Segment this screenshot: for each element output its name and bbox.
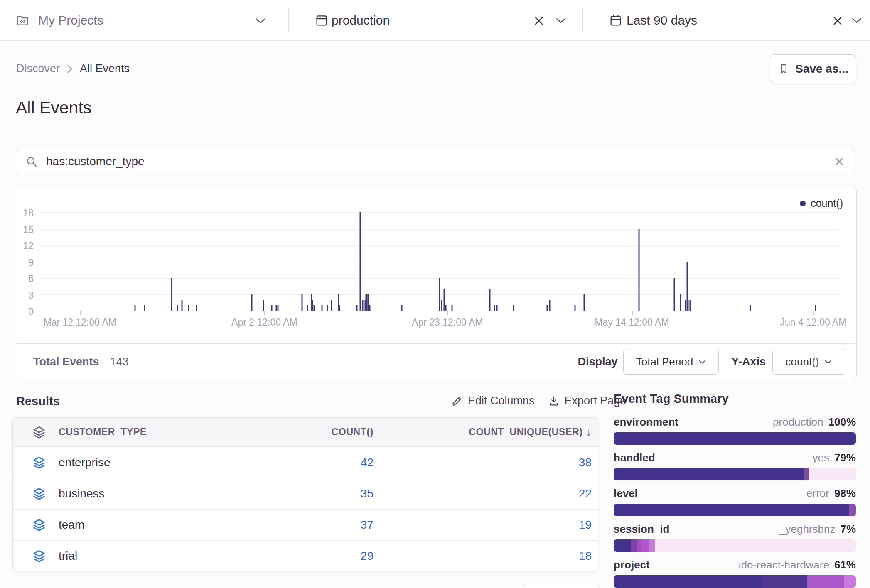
chart-bar [307, 305, 308, 311]
chart-bar [687, 300, 688, 311]
tag-row-project: project ido-react-hardware61% [614, 554, 856, 588]
chevron-down-icon[interactable] [555, 17, 567, 24]
tag-name: environment [614, 416, 678, 429]
environment-filter[interactable]: production [288, 0, 582, 40]
count-link[interactable]: 42 [361, 456, 374, 469]
table-row[interactable]: enterprise 42 38 [13, 447, 598, 478]
column-header-count-unique-user[interactable]: COUNT_UNIQUE(USER) ↓ [374, 426, 598, 439]
chart-bar [401, 305, 403, 311]
date-filter-label: Last 90 days [627, 13, 697, 27]
chart-bar [690, 300, 691, 311]
chart-bar [177, 305, 178, 311]
page-title: All Events [16, 98, 91, 118]
discover-all-events-page: My Projects production [0, 0, 870, 588]
chart-bar [368, 294, 369, 311]
legend-series-dot [800, 201, 806, 206]
chart-bar [339, 305, 340, 311]
table-header-row: CUSTOMER_TYPE COUNT() COUNT_UNIQUE(USER)… [13, 418, 598, 447]
date-range-filter[interactable]: Last 90 days [582, 0, 870, 40]
chart-bar [144, 305, 145, 311]
gridline [40, 212, 839, 213]
chart-bar [278, 305, 279, 311]
project-filter-label: My Projects [38, 13, 103, 27]
customer-type-value: team [59, 518, 249, 532]
download-icon [548, 395, 560, 407]
pagination-next-button[interactable] [561, 585, 600, 588]
chart-bar [134, 305, 135, 311]
table-row[interactable]: trial 29 18 [13, 540, 598, 571]
save-as-button[interactable]: Save as... [770, 54, 856, 83]
search-icon [25, 155, 38, 168]
chart-legend: count() [800, 197, 843, 209]
environment-icon [315, 14, 328, 27]
tag-name: project [614, 559, 650, 571]
count-unique-link[interactable]: 38 [579, 456, 592, 469]
total-events: Total Events 143 [33, 344, 129, 380]
tag-distribution-bar[interactable] [614, 539, 856, 552]
x-axis-tick-label: May 14 12:00 AM [595, 317, 669, 328]
column-header-customer-type[interactable]: CUSTOMER_TYPE [59, 426, 249, 438]
tag-summary-heading: Event Tag Summary [614, 392, 856, 406]
tag-name: level [614, 487, 638, 500]
gridline [40, 262, 839, 262]
customer-type-value: enterprise [59, 456, 249, 469]
chart-bar [301, 294, 302, 311]
chart-bar [251, 294, 252, 311]
customer-type-value: business [59, 487, 249, 500]
breadcrumb: Discover All Events [16, 62, 130, 75]
tag-distribution-bar[interactable] [614, 504, 856, 516]
chevron-down-icon[interactable] [254, 17, 267, 24]
clear-environment-icon[interactable] [533, 15, 544, 26]
y-axis-dropdown[interactable]: count() [772, 349, 845, 375]
pagination-previous-button[interactable] [523, 585, 561, 588]
chart-bar [489, 289, 490, 311]
chart-bar [196, 305, 197, 311]
display-dropdown[interactable]: Total Period [623, 349, 719, 375]
layers-icon [13, 517, 59, 532]
save-as-label: Save as... [795, 62, 848, 76]
count-unique-link[interactable]: 18 [579, 549, 592, 563]
chart-bar [685, 300, 686, 311]
results-actions: Edit Columns Export Page [451, 394, 626, 407]
chart-bar [673, 278, 675, 311]
chart-bar [583, 294, 585, 311]
sort-descending-icon: ↓ [586, 426, 592, 439]
chart-bar [321, 305, 322, 311]
chart-bar [575, 305, 576, 311]
table-row[interactable]: business 35 22 [13, 478, 598, 509]
total-events-label: Total Events [33, 355, 99, 368]
tag-distribution-bar[interactable] [614, 432, 856, 445]
tag-distribution-bar[interactable] [614, 575, 856, 588]
clear-date-icon[interactable] [832, 15, 843, 26]
count-link[interactable]: 37 [361, 518, 374, 531]
count-link[interactable]: 35 [361, 487, 374, 500]
chart-bar [441, 300, 442, 311]
tag-top-value: error [806, 487, 829, 500]
tag-distribution-bar[interactable] [614, 468, 856, 480]
search-input[interactable] [45, 154, 834, 169]
layers-icon [13, 549, 59, 564]
breadcrumb-discover-link[interactable]: Discover [16, 62, 60, 75]
pencil-icon [451, 395, 463, 407]
environment-filter-label: production [332, 13, 390, 27]
tag-percent: 79% [834, 451, 856, 464]
count-link[interactable]: 29 [361, 549, 374, 562]
legend-series-label: count() [811, 197, 843, 209]
chevron-down-icon[interactable] [851, 17, 863, 24]
chart-bar [263, 300, 264, 311]
table-row[interactable]: team 37 19 [13, 509, 598, 540]
clear-search-icon[interactable] [834, 156, 845, 167]
tag-row-level: level error98% [614, 483, 856, 519]
layers-icon [13, 486, 59, 501]
project-filter[interactable]: My Projects [0, 0, 288, 40]
count-unique-link[interactable]: 19 [579, 518, 592, 532]
chart-bar [182, 300, 183, 311]
tag-row-environment: environment production100% [614, 412, 856, 447]
count-unique-link[interactable]: 22 [579, 487, 592, 500]
chart-bar [513, 305, 514, 311]
chart-bar [366, 294, 367, 311]
chart-bar [312, 300, 313, 311]
column-header-count[interactable]: COUNT() [249, 426, 374, 438]
results-table: CUSTOMER_TYPE COUNT() COUNT_UNIQUE(USER)… [12, 417, 598, 571]
edit-columns-button[interactable]: Edit Columns [451, 394, 535, 407]
